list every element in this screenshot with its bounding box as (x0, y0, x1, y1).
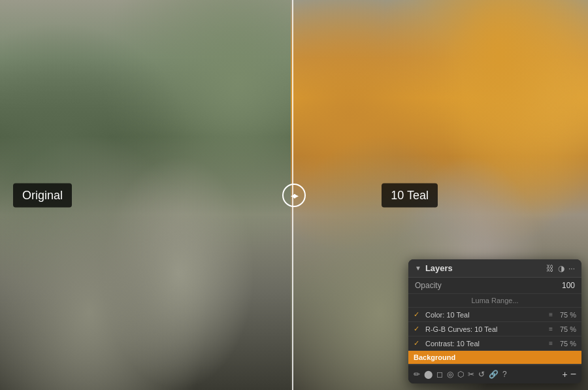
layer-adjust-icon-contrast: ≡ (549, 340, 553, 347)
toolbar-circle-icon[interactable]: ⬤ (424, 370, 433, 379)
add-layer-button[interactable]: + (562, 369, 567, 380)
panel-mask-icon[interactable]: ◑ (558, 264, 564, 273)
panel-header-left: ▼ Layers (415, 263, 453, 273)
layer-pct-curves: 75 % (557, 325, 576, 333)
panel-more-icon[interactable]: ··· (568, 264, 575, 273)
panel-header: ▼ Layers ⛓ ◑ ··· (408, 259, 581, 278)
toolbar-icons-right: + − (562, 368, 576, 380)
layer-item-color[interactable]: ✓ Color: 10 Teal ≡ 75 % (408, 308, 581, 322)
toolbar-radial-icon[interactable]: ◎ (447, 370, 453, 379)
layer-check-contrast: ✓ (414, 339, 423, 348)
split-handle-arrows: ◂▸ (291, 190, 297, 201)
layer-adjust-icon-color: ≡ (549, 311, 553, 318)
panel-header-right: ⛓ ◑ ··· (546, 264, 575, 273)
original-label-text: Original (22, 188, 63, 201)
luma-range-text[interactable]: Luma Range... (471, 297, 518, 304)
layer-check-curves: ✓ (414, 325, 423, 333)
layer-adjust-icon-curves: ≡ (549, 325, 553, 333)
toolbar-reset-icon[interactable]: ↺ (478, 370, 485, 379)
layer-name-color: Color: 10 Teal (425, 311, 546, 319)
layer-item-curves[interactable]: ✓ R-G-B Curves: 10 Teal ≡ 75 % (408, 322, 581, 336)
panel-collapse-icon[interactable]: ▼ (415, 265, 421, 272)
opacity-value[interactable]: 100 (562, 281, 575, 290)
layer-pct-color: 75 % (557, 311, 576, 319)
original-label: Original (13, 183, 72, 207)
toolbar-polygon-icon[interactable]: ⬡ (457, 370, 464, 379)
toolbar-square-icon[interactable]: ◻ (436, 370, 443, 379)
toolbar-scissors-icon[interactable]: ✂ (468, 370, 474, 379)
toolbar-help-icon[interactable]: ? (502, 370, 507, 379)
layers-panel: ▼ Layers ⛓ ◑ ··· Opacity 100 Luma Range.… (408, 259, 581, 383)
split-handle[interactable]: ◂▸ (282, 184, 306, 207)
luma-range-row: Luma Range... (408, 294, 581, 308)
layer-item-background[interactable]: Background (408, 351, 581, 365)
teal-label-text: 10 Teal (391, 188, 429, 201)
layer-item-contrast[interactable]: ✓ Contrast: 10 Teal ≡ 75 % (408, 336, 581, 351)
layer-check-color: ✓ (414, 310, 423, 319)
panel-title: Layers (425, 263, 453, 273)
panel-link-icon[interactable]: ⛓ (546, 264, 554, 273)
canvas-area: ◂▸ Original 10 Teal ▼ Layers ⛓ ◑ ··· Opa… (0, 0, 588, 390)
toolbar-link-icon[interactable]: 🔗 (489, 370, 498, 379)
panel-toolbar: ✏ ⬤ ◻ ◎ ⬡ ✂ ↺ 🔗 ? + − (408, 365, 581, 383)
opacity-label: Opacity (415, 281, 442, 290)
opacity-row: Opacity 100 (408, 278, 581, 294)
layer-name-background: Background (414, 353, 576, 361)
layer-name-contrast: Contrast: 10 Teal (425, 340, 546, 348)
toolbar-icons-left: ✏ ⬤ ◻ ◎ ⬡ ✂ ↺ 🔗 ? (414, 370, 507, 379)
remove-layer-button[interactable]: − (570, 368, 576, 380)
layer-name-curves: R-G-B Curves: 10 Teal (425, 325, 546, 333)
toolbar-pencil-icon[interactable]: ✏ (414, 370, 420, 379)
layer-pct-contrast: 75 % (557, 340, 576, 348)
teal-label: 10 Teal (382, 183, 438, 207)
